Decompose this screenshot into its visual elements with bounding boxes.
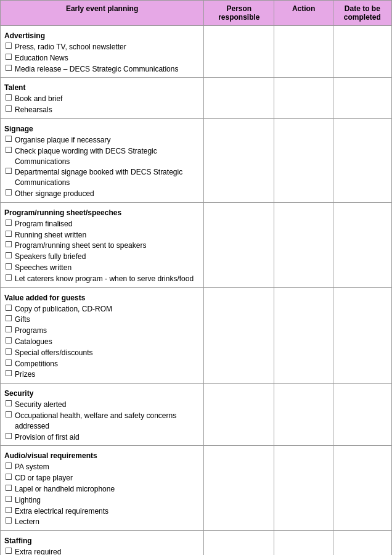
action-cell-2 [274, 118, 333, 202]
checkbox-4-1[interactable] [6, 315, 12, 321]
task-text-4-0: Copy of publication, CD-ROM [15, 304, 112, 314]
date-cell-7 [333, 531, 391, 555]
checkbox-2-1[interactable] [6, 147, 12, 153]
task-text-1-1: Rehearsals [15, 105, 52, 115]
checkbox-3-1[interactable] [6, 231, 12, 237]
section-tasks-3: Program/running sheet/speeches Program f… [1, 202, 204, 287]
task-text-3-2: Program/running sheet sent to speakers [15, 240, 146, 251]
header-person: Person responsible [204, 1, 274, 26]
task-text-5-1: Occupational health, welfare and safety … [15, 411, 200, 432]
task-text-6-3: Lighting [15, 495, 41, 506]
checkbox-3-3[interactable] [6, 252, 12, 258]
checkbox-4-3[interactable] [6, 337, 12, 343]
task-item-3-5: Let caterers know program - when to serv… [4, 274, 200, 284]
task-text-2-2: Departmental signage booked with DECS St… [15, 167, 200, 188]
task-item-3-2: Program/running sheet sent to speakers [4, 240, 200, 251]
checkbox-6-0[interactable] [6, 462, 12, 469]
task-item-6-2: Lapel or handheld microphone [4, 484, 200, 495]
task-item-6-4: Extra electrical requirements [4, 506, 200, 517]
date-cell-1 [333, 78, 391, 119]
task-item-2-0: Organise plaque if necessary [4, 135, 200, 146]
task-text-4-4: Special offers/discounts [15, 348, 93, 358]
checkbox-3-4[interactable] [6, 263, 12, 269]
checkbox-1-1[interactable] [6, 105, 12, 112]
task-item-2-3: Other signage produced [4, 189, 200, 199]
task-item-4-5: Competitions [4, 359, 200, 369]
checkbox-6-2[interactable] [6, 485, 12, 491]
checkbox-4-6[interactable] [6, 370, 12, 376]
checkbox-0-2[interactable] [6, 65, 12, 71]
checkbox-4-4[interactable] [6, 348, 12, 355]
checkbox-2-0[interactable] [6, 136, 12, 142]
person-cell-1 [204, 78, 274, 119]
header-action: Action [274, 1, 333, 26]
section-tasks-2: Signage Organise plaque if necessary Che… [1, 118, 204, 202]
section-tasks-4: Value added for guests Copy of publicati… [1, 287, 204, 384]
task-item-2-1: Check plaque wording with DECS Strategic… [4, 146, 200, 167]
task-item-6-0: PA system [4, 462, 200, 472]
task-item-5-1: Occupational health, welfare and safety … [4, 411, 200, 432]
checkbox-2-2[interactable] [6, 168, 12, 174]
task-text-4-3: Catalogues [15, 337, 52, 347]
task-item-1-0: Book and brief [4, 94, 200, 104]
task-text-1-0: Book and brief [15, 94, 62, 104]
checkbox-5-2[interactable] [6, 433, 12, 439]
task-item-1-1: Rehearsals [4, 105, 200, 115]
action-cell-0 [274, 26, 333, 78]
person-cell-6 [204, 446, 274, 531]
task-text-2-0: Organise plaque if necessary [15, 135, 110, 146]
person-cell-5 [204, 384, 274, 446]
checkbox-2-3[interactable] [6, 189, 12, 195]
checkbox-3-2[interactable] [6, 241, 12, 247]
checkbox-5-1[interactable] [6, 411, 12, 417]
checkbox-0-0[interactable] [6, 43, 12, 49]
task-item-4-4: Special offers/discounts [4, 348, 200, 358]
checkbox-6-1[interactable] [6, 474, 12, 480]
checkbox-5-0[interactable] [6, 400, 12, 406]
task-text-3-4: Speeches written [15, 263, 71, 273]
task-text-0-1: Education News [15, 53, 68, 64]
checkbox-0-1[interactable] [6, 54, 12, 60]
checkbox-6-5[interactable] [6, 517, 12, 524]
task-text-6-0: PA system [15, 462, 49, 472]
date-cell-5 [333, 384, 391, 446]
action-cell-3 [274, 202, 333, 287]
checkbox-6-4[interactable] [6, 507, 12, 513]
person-cell-4 [204, 287, 274, 384]
task-text-3-5: Let caterers know program - when to serv… [15, 274, 194, 284]
task-text-4-5: Competitions [15, 359, 58, 369]
checkbox-7-0[interactable] [6, 548, 12, 554]
date-cell-4 [333, 287, 391, 384]
header-date: Date to be completed [333, 1, 391, 26]
task-item-4-1: Gifts [4, 314, 200, 325]
person-cell-0 [204, 26, 274, 78]
date-cell-6 [333, 446, 391, 531]
checkbox-3-5[interactable] [6, 274, 12, 281]
task-text-3-0: Program finalised [15, 219, 72, 229]
checkbox-6-3[interactable] [6, 496, 12, 502]
task-text-6-4: Extra electrical requirements [15, 506, 108, 517]
task-item-3-0: Program finalised [4, 219, 200, 229]
section-tasks-0: Advertising Press, radio TV, school news… [1, 26, 204, 78]
checkbox-3-0[interactable] [6, 220, 12, 226]
section-tasks-1: Talent Book and brief Rehearsals [1, 78, 204, 119]
checkbox-1-0[interactable] [6, 94, 12, 101]
task-item-4-2: Programs [4, 326, 200, 336]
action-cell-5 [274, 384, 333, 446]
task-item-3-3: Speakers fully briefed [4, 252, 200, 262]
task-text-4-1: Gifts [15, 314, 30, 325]
task-item-6-3: Lighting [4, 495, 200, 506]
task-item-4-0: Copy of publication, CD-ROM [4, 304, 200, 314]
action-cell-1 [274, 78, 333, 119]
task-text-2-3: Other signage produced [15, 189, 94, 199]
task-item-6-5: Lectern [4, 517, 200, 527]
task-text-7-0: Extra required [15, 547, 61, 555]
checkbox-4-5[interactable] [6, 360, 12, 366]
task-item-2-2: Departmental signage booked with DECS St… [4, 167, 200, 188]
checkbox-4-2[interactable] [6, 326, 12, 332]
section-tasks-5: Security Security alerted Occupational h… [1, 384, 204, 446]
checkbox-4-0[interactable] [6, 305, 12, 311]
task-text-6-5: Lectern [15, 517, 39, 527]
task-item-0-2: Media release – DECS Strategic Communica… [4, 64, 200, 75]
date-cell-3 [333, 202, 391, 287]
